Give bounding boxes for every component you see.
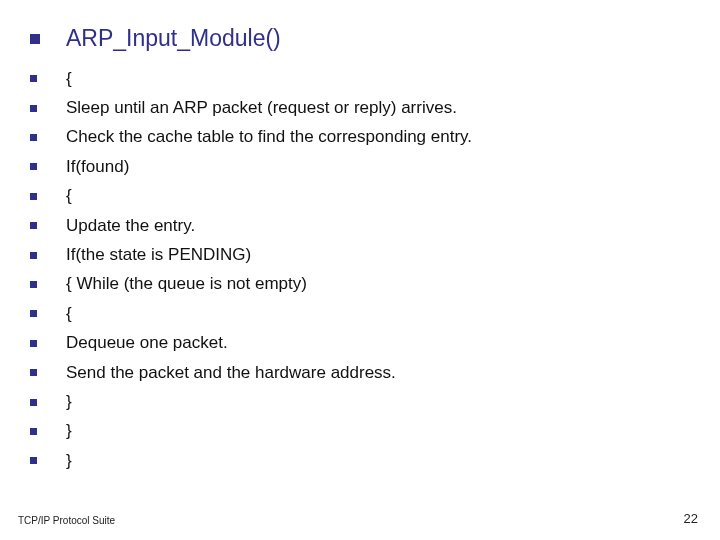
- body-text: Sleep until an ARP packet (request or re…: [66, 98, 457, 118]
- body-text: }: [66, 392, 72, 412]
- body-text: Check the cache table to find the corres…: [66, 127, 472, 147]
- body-text: If(found): [66, 157, 129, 177]
- body-line: Update the entry.: [30, 216, 720, 236]
- slide-body: { Sleep until an ARP packet (request or …: [0, 69, 720, 471]
- square-bullet-icon: [30, 281, 37, 288]
- body-line: If(found): [30, 157, 720, 177]
- body-line: If(the state is PENDING): [30, 245, 720, 265]
- body-text: { While (the queue is not empty): [66, 274, 307, 294]
- slide: ARP_Input_Module() { Sleep until an ARP …: [0, 0, 720, 540]
- square-bullet-icon: [30, 399, 37, 406]
- body-text: }: [66, 421, 72, 441]
- title-row: ARP_Input_Module(): [0, 25, 720, 53]
- body-text: {: [66, 69, 72, 89]
- square-bullet-icon: [30, 340, 37, 347]
- square-bullet-icon: [30, 105, 37, 112]
- slide-title: ARP_Input_Module(): [66, 25, 281, 53]
- square-bullet-icon: [30, 457, 37, 464]
- body-line: Send the packet and the hardware address…: [30, 363, 720, 383]
- body-line: }: [30, 421, 720, 441]
- square-bullet-icon: [30, 252, 37, 259]
- square-bullet-icon: [30, 369, 37, 376]
- square-bullet-icon: [30, 134, 37, 141]
- body-line: Dequeue one packet.: [30, 333, 720, 353]
- body-text: Send the packet and the hardware address…: [66, 363, 396, 383]
- body-text: }: [66, 451, 72, 471]
- body-text: {: [66, 186, 72, 206]
- body-line: {: [30, 186, 720, 206]
- body-line: Sleep until an ARP packet (request or re…: [30, 98, 720, 118]
- square-bullet-icon: [30, 310, 37, 317]
- body-line: {: [30, 69, 720, 89]
- square-bullet-icon: [30, 163, 37, 170]
- body-text: Dequeue one packet.: [66, 333, 228, 353]
- square-bullet-icon: [30, 34, 40, 44]
- body-line: }: [30, 392, 720, 412]
- square-bullet-icon: [30, 193, 37, 200]
- square-bullet-icon: [30, 75, 37, 82]
- body-line: {: [30, 304, 720, 324]
- square-bullet-icon: [30, 222, 37, 229]
- body-text: If(the state is PENDING): [66, 245, 251, 265]
- body-line: { While (the queue is not empty): [30, 274, 720, 294]
- body-line: Check the cache table to find the corres…: [30, 127, 720, 147]
- body-line: }: [30, 451, 720, 471]
- body-text: Update the entry.: [66, 216, 195, 236]
- square-bullet-icon: [30, 428, 37, 435]
- footer-left: TCP/IP Protocol Suite: [18, 515, 115, 526]
- page-number: 22: [684, 511, 698, 526]
- body-text: {: [66, 304, 72, 324]
